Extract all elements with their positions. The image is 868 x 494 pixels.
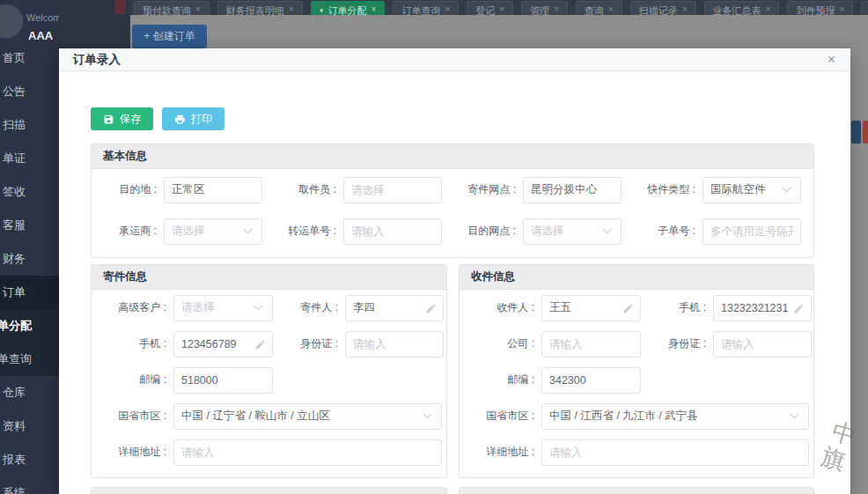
print-button[interactable]: 打印 (162, 107, 224, 130)
tab-close-icon[interactable]: × (445, 4, 450, 14)
sidebar-item-document[interactable]: 单证 (0, 142, 59, 175)
field-receiver-phone (713, 295, 812, 321)
sidebar-menu: 首页 公告 扫描 单证 签收 客服 财务 订单 单分配 单查询 仓库 资料 报表… (0, 41, 59, 494)
tab-arrival-forecast[interactable]: 到件预报× (787, 1, 853, 15)
clipped-tab-fragment (114, 0, 126, 14)
sender-info-section: 寄件信息 高级客户 : 请选择 寄件人 : 手机 : 身份证 : 邮编 : 国省… (91, 264, 447, 478)
sidebar-item-data[interactable]: 资料 (0, 409, 59, 443)
tab-finance-report-detail[interactable]: 财务报表明细× (217, 1, 303, 15)
sidebar-item-system[interactable]: 系统 (0, 476, 59, 494)
sender-address-input[interactable] (174, 446, 441, 459)
username: AAA (28, 29, 53, 42)
transfer-no-input[interactable] (344, 225, 441, 238)
avatar (0, 3, 25, 40)
chevron-down-icon (791, 410, 799, 419)
section-title: 基本信息 (92, 144, 813, 169)
tab-prepaid-query[interactable]: 预付款查询× (134, 1, 210, 15)
create-order-button[interactable]: + 创建订单 (132, 25, 207, 48)
sidebar-item-report[interactable]: 报表 (0, 443, 59, 476)
app-screen: 预付款查询× 财务报表明细× ●订单分配× 订单查询× 登记× 管理× 查询× … (0, 0, 868, 494)
field-sender-name (345, 295, 444, 321)
sender-zip-input[interactable] (174, 374, 272, 387)
tab-manage[interactable]: 管理× (521, 1, 568, 15)
tab-order-assign[interactable]: ●订单分配× (311, 1, 386, 15)
sidebar-item-scan[interactable]: 扫描 (0, 108, 59, 142)
field-destination: 目的地 : (106, 177, 262, 203)
field-dest-branch: 目的网点 : 请选择 (465, 218, 622, 245)
tab-strip: 预付款查询× 财务报表明细× ●订单分配× 订单查询× 登记× 管理× 查询× … (134, 1, 868, 15)
tab-role-manage[interactable]: 角色管理× (861, 1, 868, 15)
field-picker: 取件员 : (285, 177, 442, 203)
receiver-zip-input[interactable] (542, 374, 640, 387)
field-carrier: 承运商 : 请选择 (106, 218, 262, 245)
receiver-id-input[interactable] (714, 338, 811, 350)
next-section-header-right (459, 487, 814, 494)
edit-pencil-icon (793, 303, 805, 314)
tab-query[interactable]: 查询× (576, 1, 622, 15)
receiver-info-section: 收件信息 收件人 : 手机 : 公司 : 身份证 : 邮编 : 国省市区 : 中… (459, 264, 814, 478)
field-transfer-no: 转运单号 : (285, 218, 442, 245)
top-tab-bar: 预付款查询× 财务报表明细× ●订单分配× 订单查询× 登记× 管理× 查询× … (59, 0, 868, 15)
sidebar: Welcome, AAA 首页 公告 扫描 单证 签收 客服 财务 订单 单分配… (0, 0, 59, 494)
sidebar-item-warehouse[interactable]: 仓库 (0, 376, 59, 409)
sender-id-input[interactable] (346, 338, 443, 350)
dialog-toolbar: 保存 打印 (91, 107, 224, 130)
sidebar-item-notice[interactable]: 公告 (0, 75, 59, 108)
dest-branch-select[interactable]: 请选择 (523, 218, 622, 245)
sidebar-item-home[interactable]: 首页 (0, 41, 59, 75)
section-title: 寄件信息 (92, 265, 446, 290)
chevron-down-icon (254, 302, 263, 311)
tab-order-query[interactable]: 订单查询× (393, 1, 459, 15)
sender-region-select[interactable]: 中国 / 辽宁省 / 鞍山市 / 立山区 (173, 403, 442, 430)
close-icon[interactable]: ✕ (827, 53, 836, 66)
save-button[interactable]: 保存 (91, 107, 153, 130)
edit-pencil-icon (425, 303, 437, 314)
picker-input[interactable] (344, 184, 441, 196)
field-sender-phone (173, 331, 273, 358)
order-entry-dialog: 订单录入 ✕ 保存 打印 基本信息 目的地 : 取件员 : (59, 48, 850, 494)
destination-input[interactable] (165, 184, 261, 196)
receiver-region-select[interactable]: 中国 / 江西省 / 九江市 / 武宁县 (541, 403, 809, 430)
edit-pencil-icon (254, 339, 266, 350)
chevron-down-icon (783, 184, 791, 193)
field-receiver-name (541, 295, 641, 321)
welcome-text: Welcome, (26, 12, 59, 23)
sidebar-item-sign[interactable]: 签收 (0, 175, 59, 209)
next-section-header-left (91, 487, 447, 494)
tab-close-icon[interactable]: × (766, 4, 771, 14)
tab-close-icon[interactable]: × (499, 4, 504, 14)
advanced-customer-select[interactable]: 请选择 (173, 295, 273, 321)
tab-close-icon[interactable]: × (608, 4, 614, 14)
tab-business-summary[interactable]: 业务汇总表× (704, 1, 780, 15)
tab-close-icon[interactable]: × (289, 4, 294, 14)
chevron-down-icon (244, 225, 253, 234)
sidebar-item-order-assign[interactable]: 单分配 (0, 309, 59, 343)
active-dot-icon: ● (320, 4, 324, 15)
tab-close-icon[interactable]: × (554, 4, 559, 14)
sub-no-input[interactable] (703, 225, 800, 238)
field-sender-branch: 寄件网点 : (465, 177, 622, 203)
section-title: 收件信息 (460, 265, 813, 290)
background-red-button-fragment (863, 121, 868, 144)
field-sub-no: 子单号 : (644, 218, 801, 245)
tab-register[interactable]: 登记× (467, 1, 513, 15)
sender-branch-input[interactable] (524, 184, 621, 196)
carrier-select[interactable]: 请选择 (164, 218, 262, 245)
sidebar-item-order[interactable]: 订单 (0, 276, 59, 309)
sidebar-item-finance[interactable]: 财务 (0, 242, 59, 276)
tab-close-icon[interactable]: × (839, 4, 844, 14)
tab-close-icon[interactable]: × (371, 4, 377, 14)
express-type-select[interactable]: 国际航空件 (702, 177, 801, 203)
tab-close-icon[interactable]: × (195, 4, 201, 14)
sidebar-item-order-query[interactable]: 单查询 (0, 343, 59, 376)
dialog-title: 订单录入 (73, 52, 121, 68)
sidebar-item-service[interactable]: 客服 (0, 209, 59, 242)
chevron-down-icon (423, 410, 432, 419)
basic-info-section: 基本信息 目的地 : 取件员 : 寄件网点 : 快件类型 : 国际航空件 (91, 144, 814, 258)
receiver-address-input[interactable] (542, 446, 808, 459)
dialog-header: 订单录入 ✕ (59, 48, 850, 71)
tab-scan-record[interactable]: 扫描记录× (630, 1, 696, 15)
tab-close-icon[interactable]: × (682, 4, 688, 14)
field-express-type: 快件类型 : 国际航空件 (644, 177, 801, 203)
receiver-company-input[interactable] (542, 338, 640, 350)
